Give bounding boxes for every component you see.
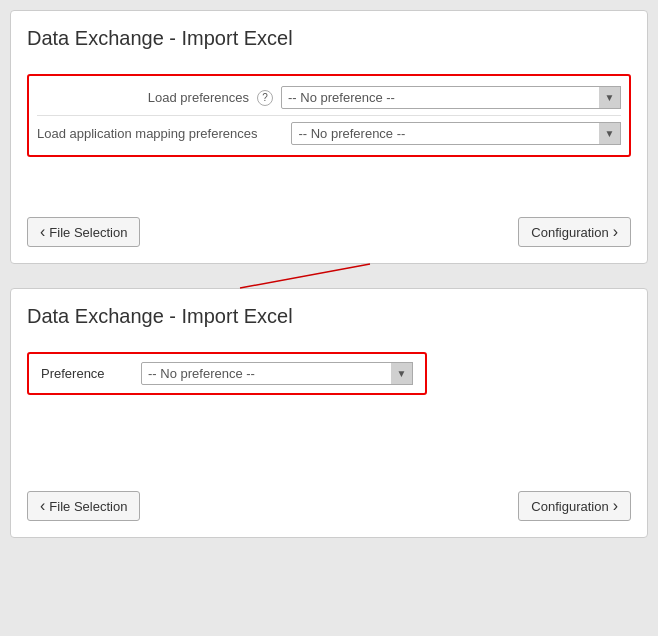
configuration-button-1[interactable]: Configuration › [518, 217, 631, 247]
preference-select[interactable]: -- No preference -- [141, 362, 413, 385]
load-preferences-row: Load preferences ? -- No preference -- ▼ [37, 82, 621, 113]
load-mapping-label: Load application mapping preferences [37, 126, 265, 141]
panel-2: Data Exchange - Import Excel Preference … [10, 288, 648, 538]
file-selection-label-2: File Selection [49, 499, 127, 514]
panel-2-title: Data Exchange - Import Excel [27, 305, 631, 336]
configuration-button-2[interactable]: Configuration › [518, 491, 631, 521]
chevron-right-icon-2: › [613, 497, 618, 515]
preferences-section: Load preferences ? -- No preference -- ▼… [27, 74, 631, 157]
panel-1-title: Data Exchange - Import Excel [27, 27, 631, 58]
panel-1-footer: ‹ File Selection Configuration › [27, 217, 631, 247]
file-selection-label-1: File Selection [49, 225, 127, 240]
configuration-label-2: Configuration [531, 499, 608, 514]
svg-line-0 [240, 264, 370, 288]
load-preferences-select-wrapper: -- No preference -- ▼ [281, 86, 621, 109]
chevron-right-icon-1: › [613, 223, 618, 241]
panel-2-footer: ‹ File Selection Configuration › [27, 491, 631, 521]
load-preferences-select[interactable]: -- No preference -- [281, 86, 621, 109]
preference-select-wrapper: -- No preference -- ▼ [141, 362, 413, 385]
help-badge[interactable]: ? [257, 90, 273, 106]
load-mapping-preferences-row: Load application mapping preferences -- … [37, 115, 621, 149]
preference-section: Preference -- No preference -- ▼ [27, 352, 427, 395]
connector-svg [10, 264, 658, 288]
load-preferences-label: Load preferences [37, 90, 257, 105]
preference-label: Preference [41, 366, 141, 381]
chevron-left-icon-2: ‹ [40, 497, 45, 515]
file-selection-button-1[interactable]: ‹ File Selection [27, 217, 140, 247]
chevron-left-icon-1: ‹ [40, 223, 45, 241]
load-mapping-select-wrapper: -- No preference -- ▼ [291, 122, 621, 145]
panel-1: Data Exchange - Import Excel Load prefer… [10, 10, 648, 264]
file-selection-button-2[interactable]: ‹ File Selection [27, 491, 140, 521]
load-mapping-select[interactable]: -- No preference -- [291, 122, 621, 145]
configuration-label-1: Configuration [531, 225, 608, 240]
